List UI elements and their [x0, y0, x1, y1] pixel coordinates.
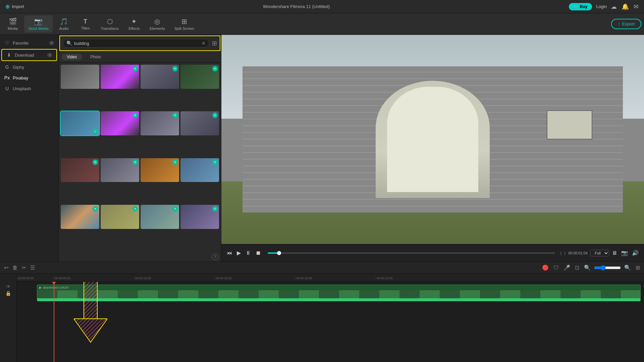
- favorite-icon: ♡: [4, 40, 10, 46]
- bell-icon[interactable]: 🔔: [622, 3, 629, 10]
- thumb-plus-11[interactable]: +: [172, 160, 178, 165]
- track-row-1: ▶ abandoned-108267: [17, 282, 644, 302]
- import-button[interactable]: ⊕ Import: [5, 3, 24, 10]
- thumb-plus-15[interactable]: +: [172, 206, 178, 212]
- grid-toggle-icon[interactable]: ⊞: [212, 40, 217, 47]
- delete-button[interactable]: 🗑: [11, 263, 19, 272]
- tab-video[interactable]: Video: [61, 54, 82, 60]
- audio-label: Audio: [59, 26, 68, 31]
- media-thumb-5[interactable]: ✓: [61, 111, 99, 135]
- media-grid: + + + ✓ +: [59, 63, 221, 252]
- right-panel: ⏮ ▶ ⏸ ⏹ { } 00:00:01:04 Full 1/2 1/4: [221, 35, 644, 261]
- toolbar-item-split-screen[interactable]: ⊞ Split Screen: [170, 15, 198, 33]
- preview-progress-bar[interactable]: [268, 252, 555, 254]
- timeline-ruler: 00:00:00:00 00:00:05:00 00:00:10:00 00:0…: [17, 274, 644, 282]
- sidebar-download-label: Download: [15, 53, 34, 58]
- sidebar-item-download[interactable]: ⬇ Download 6: [2, 50, 56, 60]
- ruler-time-2: 00:00:10:00: [135, 277, 151, 280]
- media-thumb-14[interactable]: +: [101, 205, 139, 229]
- ruler-mark-0: 00:00:00:00: [17, 276, 54, 280]
- skip-back-button[interactable]: ⏮: [225, 249, 233, 257]
- thumb-plus-3[interactable]: +: [172, 66, 178, 71]
- help-icon[interactable]: ?: [212, 253, 218, 260]
- snapshot-icon[interactable]: 📷: [620, 248, 629, 257]
- mail-icon[interactable]: ✉: [634, 3, 639, 10]
- monitor-icon[interactable]: 🖥: [610, 249, 619, 257]
- mic-button[interactable]: 🎤: [562, 263, 572, 272]
- sidebar-item-giphy[interactable]: G Giphy: [0, 62, 58, 72]
- thumb-plus-2[interactable]: +: [132, 66, 138, 71]
- thumb-plus-10[interactable]: +: [132, 160, 138, 165]
- toolbar-item-effects[interactable]: ✦ Effects: [124, 15, 144, 33]
- sidebar-item-favorite[interactable]: ♡ Favorite 0: [0, 38, 58, 48]
- search-clear-icon[interactable]: ✕: [202, 41, 206, 46]
- toolbar-item-titles[interactable]: T Titles: [75, 16, 96, 32]
- timeline-playhead[interactable]: [54, 282, 54, 362]
- audio-icon: 🎵: [60, 17, 68, 25]
- thumb-plus-9[interactable]: +: [93, 160, 98, 165]
- media-thumb-10[interactable]: +: [101, 158, 139, 182]
- media-thumb-13[interactable]: +: [61, 205, 99, 229]
- preview-window: [547, 110, 592, 139]
- thumb-plus-12[interactable]: +: [212, 160, 218, 165]
- undo-button[interactable]: ↩: [3, 263, 10, 272]
- sidebar: ♡ Favorite 0 ⬇ Download 6 G Giphy: [0, 35, 59, 261]
- media-thumb-12[interactable]: +: [180, 158, 219, 182]
- lock-icon[interactable]: 🔒: [5, 291, 11, 296]
- preview-right-controls: { } 00:00:01:04 Full 1/2 1/4 🖥 📷 🔊: [560, 248, 640, 257]
- login-button[interactable]: Login: [596, 4, 607, 9]
- thumb-plus-16[interactable]: +: [212, 206, 218, 212]
- ruler-time-3: 00:00:15:00: [216, 277, 232, 280]
- eye-icon[interactable]: 👁: [6, 284, 11, 289]
- media-panel: 🔍 ✕ ⊞ Video Photo +: [59, 35, 221, 261]
- media-thumb-4[interactable]: +: [180, 65, 219, 89]
- toolbar-item-transitions[interactable]: ⬡ Transitions: [97, 15, 123, 33]
- export-label: Export: [622, 21, 635, 26]
- toolbar-item-elements[interactable]: ◎ Elements: [146, 15, 169, 33]
- track-clip-video[interactable]: ▶ abandoned-108267: [37, 285, 641, 301]
- media-thumb-3[interactable]: +: [141, 65, 179, 89]
- media-thumb-16[interactable]: +: [180, 205, 219, 229]
- media-thumb-9[interactable]: +: [61, 158, 99, 182]
- export-button[interactable]: ↑ Export: [611, 19, 641, 29]
- toolbar-item-media[interactable]: 🎬 Media: [3, 15, 23, 33]
- zoom-in-button[interactable]: 🔍: [623, 263, 632, 272]
- app-title: Wondershare Filmora 11 (Untitled): [263, 4, 330, 9]
- sidebar-item-pixabay[interactable]: Px Pixabay: [0, 72, 58, 83]
- tab-photo[interactable]: Photo: [85, 54, 106, 60]
- volume-icon[interactable]: 🔊: [631, 248, 640, 257]
- media-thumb-1[interactable]: [61, 65, 99, 89]
- buy-button[interactable]: 🛒 Buy: [569, 3, 592, 10]
- thumb-plus-14[interactable]: +: [132, 206, 138, 212]
- media-thumb-6[interactable]: +: [101, 111, 139, 135]
- cut-button[interactable]: ✂: [20, 263, 28, 272]
- zoom-slider[interactable]: [594, 265, 621, 270]
- cloud-icon[interactable]: ☁: [611, 3, 617, 10]
- toolbar-item-stock-media[interactable]: 📷 Stock Media: [24, 15, 53, 33]
- crop-button[interactable]: ⊡: [574, 263, 581, 272]
- sidebar-item-unsplash[interactable]: U Unsplash: [0, 83, 58, 94]
- pause-button[interactable]: ⏸: [244, 249, 252, 257]
- sidebar-giphy-label: Giphy: [13, 65, 24, 70]
- stop-button[interactable]: ⏹: [254, 249, 262, 257]
- ruler-mark-2: 00:00:10:00: [134, 276, 215, 280]
- list-button[interactable]: ☰: [29, 263, 36, 272]
- media-thumb-2[interactable]: +: [101, 65, 139, 89]
- media-thumb-11[interactable]: +: [141, 158, 179, 182]
- play-button[interactable]: ▶: [235, 248, 242, 257]
- top-bar-left: ⊕ Import: [5, 3, 24, 10]
- sidebar-pixabay-label: Pixabay: [13, 75, 28, 80]
- zoom-button[interactable]: 🔍: [583, 263, 592, 272]
- media-thumb-8[interactable]: +: [180, 111, 219, 135]
- shield-button[interactable]: 🛡: [552, 263, 560, 272]
- media-thumb-15[interactable]: +: [141, 205, 179, 229]
- grid-view-button[interactable]: ⊞: [634, 263, 641, 272]
- toolbar-item-audio[interactable]: 🎵 Audio: [54, 15, 74, 33]
- media-thumb-7[interactable]: +: [141, 111, 179, 135]
- magnet-button[interactable]: 🔴: [541, 263, 550, 272]
- thumb-plus-4[interactable]: +: [212, 66, 218, 71]
- thumb-plus-13[interactable]: +: [93, 206, 98, 212]
- quality-select[interactable]: Full 1/2 1/4: [590, 250, 609, 256]
- search-input[interactable]: [74, 41, 200, 46]
- preview-controls: ⏮ ▶ ⏸ ⏹ { } 00:00:01:04 Full 1/2 1/4: [221, 244, 644, 261]
